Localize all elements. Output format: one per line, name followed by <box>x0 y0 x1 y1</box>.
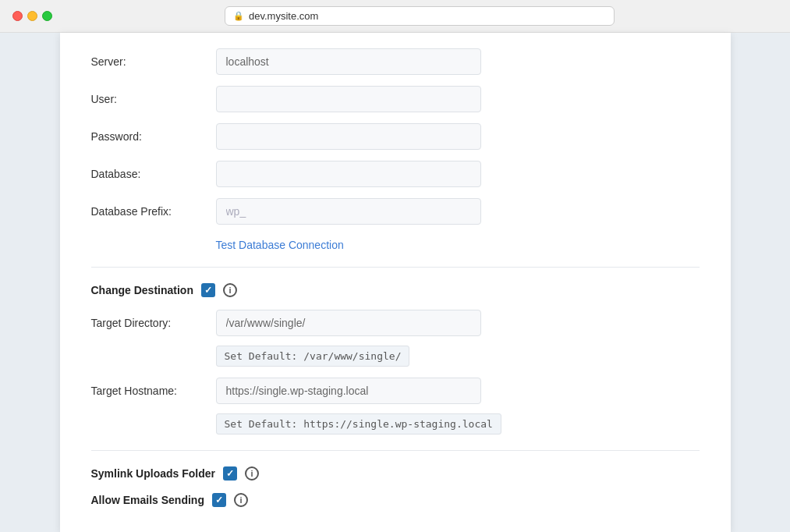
target-hostname-input[interactable] <box>216 378 481 404</box>
traffic-lights <box>12 11 52 21</box>
server-input[interactable] <box>216 48 481 75</box>
allow-emails-checkbox[interactable] <box>212 493 226 507</box>
lock-icon: 🔒 <box>233 11 244 21</box>
symlink-uploads-header: Symlink Uploads Folder i <box>91 466 700 481</box>
close-button[interactable] <box>12 11 23 21</box>
maximize-button[interactable] <box>42 11 52 21</box>
target-hostname-group: Target Hostname: Set Default: https://si… <box>91 378 700 434</box>
user-input[interactable] <box>216 86 481 112</box>
target-hostname-row: Target Hostname: <box>91 378 700 404</box>
password-label: Password: <box>91 130 216 143</box>
allow-emails-title: Allow Emails Sending <box>91 494 204 506</box>
password-input[interactable] <box>216 123 481 150</box>
symlink-uploads-checkbox[interactable] <box>223 466 237 481</box>
change-destination-info-icon[interactable]: i <box>223 283 237 297</box>
database-label: Database: <box>91 168 216 180</box>
test-db-connection-link[interactable]: Test Database Connection <box>216 239 344 251</box>
symlink-uploads-info-icon[interactable]: i <box>245 466 259 481</box>
db-prefix-input[interactable] <box>216 198 481 225</box>
target-directory-set-default[interactable]: Set Default: /var/www/single/ <box>216 346 410 367</box>
target-hostname-set-default[interactable]: Set Default: https://single.wp-staging.l… <box>216 413 501 434</box>
browser-chrome: 🔒 dev.mysite.com <box>0 0 790 33</box>
symlink-uploads-title: Symlink Uploads Folder <box>91 467 215 480</box>
user-row: User: <box>91 86 700 112</box>
allow-emails-header: Allow Emails Sending i <box>91 493 700 507</box>
target-hostname-label: Target Hostname: <box>91 385 216 397</box>
db-prefix-row: Database Prefix: <box>91 198 700 225</box>
divider-2 <box>91 450 700 451</box>
target-directory-row: Target Directory: <box>91 310 700 336</box>
server-label: Server: <box>91 55 216 68</box>
target-directory-input[interactable] <box>216 310 481 336</box>
server-row: Server: <box>91 48 700 75</box>
db-prefix-label: Database Prefix: <box>91 205 216 218</box>
database-input[interactable] <box>216 161 481 187</box>
allow-emails-info-icon[interactable]: i <box>234 493 248 507</box>
change-destination-title: Change Destination <box>91 284 193 296</box>
test-db-row: Test Database Connection <box>91 236 700 251</box>
target-directory-group: Target Directory: Set Default: /var/www/… <box>91 310 700 367</box>
divider-1 <box>91 267 700 268</box>
password-row: Password: <box>91 123 700 150</box>
change-destination-checkbox[interactable] <box>201 283 215 297</box>
form-container: Server: User: Password: Database: Databa… <box>60 33 731 532</box>
url-text: dev.mysite.com <box>249 10 318 22</box>
target-directory-label: Target Directory: <box>91 317 216 329</box>
database-row: Database: <box>91 161 700 187</box>
change-destination-header: Change Destination i <box>91 283 700 297</box>
user-label: User: <box>91 93 216 105</box>
address-bar[interactable]: 🔒 dev.mysite.com <box>225 6 615 26</box>
minimize-button[interactable] <box>27 11 37 21</box>
main-content: Server: User: Password: Database: Databa… <box>60 33 731 532</box>
